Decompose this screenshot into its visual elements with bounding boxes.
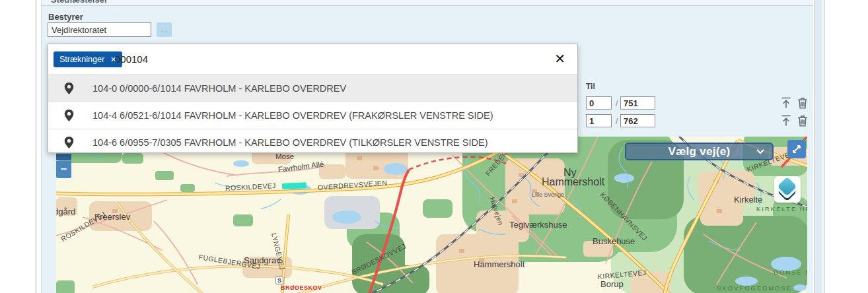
- search-result-row[interactable]: 104-0 0/0000-6/1014 FAVRHOLM - KARLEBO O…: [48, 75, 577, 102]
- clear-search-icon[interactable]: ✕: [554, 49, 565, 68]
- map-label: DONSE D: [774, 269, 807, 276]
- map-label: S: [275, 277, 283, 284]
- map-canvas[interactable]: MoseFavrholm AlléROSKILDEVEJOVERDREVSVEJ…: [56, 137, 807, 293]
- app-window: Stedfæstelser Bestyrer ... Strækninger ✕…: [0, 0, 868, 293]
- result-text: 104-0 0/0000-6/1014 FAVRHOLM - KARLEBO O…: [92, 83, 346, 94]
- slash-separator: /: [616, 99, 618, 108]
- search-dropdown: Strækninger ✕ 000104 ✕ 104-0 0/0000-6/10…: [48, 44, 578, 153]
- chevron-down-icon: [756, 149, 764, 154]
- map-label: Buskehuse: [593, 236, 635, 246]
- search-result-row[interactable]: 104-6 6/0955-7/0305 FAVRHOLM - KARLEBO O…: [48, 129, 577, 156]
- move-to-top-icon[interactable]: [780, 115, 792, 127]
- til-row2-left-input[interactable]: [586, 114, 612, 127]
- map-label: BRØDESKOV: [281, 284, 322, 291]
- map-pin-icon: [64, 137, 74, 148]
- map-label: Hammersholt: [542, 176, 604, 188]
- map-label: SKOVFOGEDMOSE: [717, 284, 792, 292]
- bestyrer-label: Bestyrer: [48, 12, 83, 22]
- expand-icon: [791, 144, 802, 154]
- map-label: KIRKELTE HE: [756, 205, 807, 212]
- divider: [824, 0, 824, 293]
- fieldset-border: Stedfæstelser: [42, 0, 813, 6]
- map-label: Borup: [600, 279, 624, 289]
- result-text: 104-6 6/0955-7/0305 FAVRHOLM - KARLEBO O…: [92, 137, 488, 148]
- til-row1-left-input[interactable]: [586, 96, 612, 110]
- zoom-control: –: [56, 154, 71, 178]
- bestyrer-input[interactable]: [48, 22, 151, 37]
- left-border: [36, 0, 36, 293]
- map-label: Lille Sverige: [532, 191, 564, 198]
- browse-button[interactable]: ...: [157, 22, 172, 37]
- move-to-top-icon[interactable]: [780, 97, 792, 109]
- select-road-label: Vælg vej(e): [669, 145, 731, 158]
- fieldset-legend: Stedfæstelser: [48, 0, 110, 5]
- search-result-row[interactable]: 104-4 6/0521-6/1014 FAVRHOLM - KARLEBO O…: [48, 102, 577, 129]
- scrollbar-track[interactable]: [815, 0, 822, 293]
- search-row: Strækninger ✕ 000104 ✕: [48, 44, 577, 75]
- til-row1-right-input[interactable]: [620, 96, 655, 110]
- til-row2-right-input[interactable]: [620, 114, 655, 127]
- select-road-button[interactable]: Vælg vej(e): [625, 143, 774, 160]
- layers-button[interactable]: [774, 176, 801, 203]
- map-label: dgård: [56, 207, 75, 216]
- expand-map-button[interactable]: [787, 140, 806, 158]
- straekninger-tag[interactable]: Strækninger ✕: [54, 51, 122, 67]
- zoom-out-button[interactable]: –: [56, 161, 71, 178]
- map-pin-icon: [64, 82, 74, 94]
- slash-separator: /: [616, 117, 618, 126]
- search-query[interactable]: 000104: [115, 51, 148, 67]
- result-text: 104-4 6/0521-6/1014 FAVRHOLM - KARLEBO O…: [92, 110, 493, 121]
- delete-icon[interactable]: [797, 97, 809, 109]
- map-label: Kirkelte: [734, 195, 762, 205]
- map-label: Teglværkshuse: [509, 220, 567, 230]
- delete-icon[interactable]: [797, 115, 809, 127]
- map-label: Hammersholt: [474, 259, 524, 269]
- map-pin-icon: [64, 110, 74, 121]
- selected-road-highlight: [282, 182, 307, 189]
- tag-label: Strækninger: [59, 55, 104, 64]
- til-label: Til: [586, 82, 595, 91]
